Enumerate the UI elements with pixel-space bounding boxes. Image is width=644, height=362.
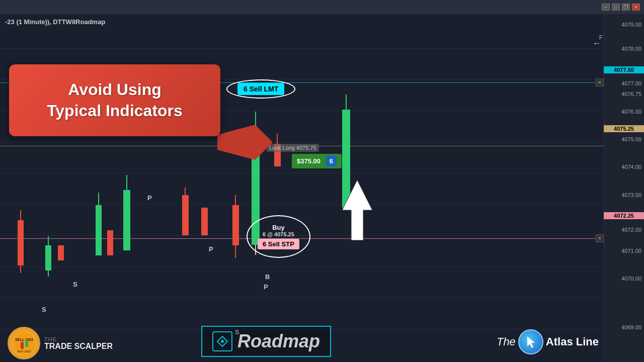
chart-label-s2: S	[73, 281, 77, 288]
grid-line	[0, 142, 604, 142]
avoid-box-text: Avoid UsingTypical Indicators	[27, 79, 203, 121]
candle-2	[45, 245, 51, 270]
grid-line	[0, 204, 604, 205]
lock-long-label: Lock Long 4075.75	[267, 144, 319, 152]
red-arrow	[217, 125, 273, 162]
svg-rect-4	[21, 342, 24, 349]
chart-label-p2: P	[264, 283, 268, 291]
svg-marker-1	[342, 180, 372, 240]
price-label-4073: 4073.00	[621, 192, 641, 198]
candle-3	[58, 245, 64, 260]
back-arrow-icon[interactable]: ←	[592, 38, 601, 49]
atlas-line-text: Atlas Line	[546, 335, 599, 348]
svg-text:SELL 1823: SELL 1823	[15, 338, 33, 341]
restore-button[interactable]: ❐	[622, 4, 630, 11]
chart-label-b: B	[265, 273, 270, 281]
chart-label-s1: S	[42, 306, 46, 313]
price-label-4077-50: 4077.50	[604, 66, 644, 73]
price-label-4072: 4072.00	[621, 227, 641, 233]
minimize-button[interactable]: ─	[602, 4, 610, 11]
price-axis: 4079.00 4078.00 4077.50 4077.00 4076.75 …	[604, 14, 644, 362]
roadmap-logo: Roadmap	[201, 326, 331, 357]
profit-amount: $375.00	[297, 157, 320, 165]
price-label-4078: 4078.00	[621, 46, 641, 52]
sell-lmt-oval-border: 6 Sell LMT	[226, 79, 295, 99]
profit-label: $375.00 6	[292, 154, 342, 168]
buy-sell-stp-oval: Buy 6 @ 4075.25 6 Sell STP	[247, 215, 310, 258]
trade-scalper-icon: SELL 1823 BUY 1823	[8, 327, 40, 359]
grid-line	[0, 173, 604, 173]
logo-trade-scalper: TRADE SCALPER	[44, 342, 113, 350]
close-button[interactable]: ✕	[632, 4, 640, 11]
price-label-4072-25: 4072.25	[604, 212, 644, 219]
price-label-4071: 4071.00	[621, 248, 641, 254]
avoid-using-box: Avoid UsingTypical Indicators	[9, 64, 220, 136]
price-label-4069: 4069.00	[621, 324, 641, 330]
sell-lmt-oval: 6 Sell LMT	[226, 79, 295, 99]
price-label-4075-25: 4075.25	[604, 125, 644, 132]
profit-badge: 6	[326, 156, 337, 166]
logo-the: THE	[44, 336, 113, 342]
chart-area: -23 (1 Minute)), DTTW8Roadmap F ← 4079.0…	[0, 14, 644, 362]
grid-line	[0, 48, 604, 49]
candle-7	[182, 195, 189, 235]
sell-lmt-label: 6 Sell LMT	[237, 83, 284, 95]
roadmap-text: Roadmap	[237, 331, 320, 352]
up-arrow-icon	[342, 180, 372, 242]
atlas-the-text: The	[497, 335, 516, 348]
chart-header: -23 (1 Minute)), DTTW8Roadmap	[5, 18, 105, 26]
chart-label-p1: P	[209, 245, 213, 253]
grid-line	[0, 266, 604, 267]
candle-5	[107, 230, 113, 255]
price-label-4070: 4070.00	[621, 276, 641, 282]
price-label-4076: 4076.00	[621, 109, 641, 115]
candle-6	[123, 190, 130, 250]
maximize-button[interactable]: □	[612, 4, 620, 11]
price-label-4077: 4077.00	[621, 80, 641, 86]
price-label-4079: 4079.00	[621, 22, 641, 28]
sell-stp-label: 6 Sell STP	[258, 239, 299, 249]
buy-text: Buy	[258, 224, 299, 231]
chart-label-p3: P	[147, 194, 152, 202]
window-controls: ─ □ ❐ ✕	[602, 4, 640, 11]
price-label-4075: 4075.00	[621, 136, 641, 142]
atlas-line-logo: The Atlas Line	[497, 329, 599, 354]
candle-1	[18, 220, 24, 265]
svg-rect-5	[25, 340, 28, 347]
candle-8	[201, 208, 208, 235]
svg-marker-0	[217, 125, 273, 160]
trade-scalper-text: THE TRADE SCALPER	[44, 336, 113, 350]
buy-oval-border: Buy 6 @ 4075.25 6 Sell STP	[247, 215, 310, 258]
atlas-cursor-icon	[518, 329, 543, 354]
grid-line	[0, 298, 604, 298]
candle-4	[96, 205, 102, 255]
price-label-4076-75: 4076.75	[621, 91, 641, 97]
svg-text:BUY 1823: BUY 1823	[17, 350, 31, 353]
svg-point-7	[221, 340, 224, 343]
sell-stp-x-mark[interactable]: ✕	[596, 234, 604, 242]
price-label-4074: 4074.00	[621, 164, 641, 170]
candle-9	[232, 205, 239, 245]
buy-details: 6 @ 4075.25	[258, 231, 299, 237]
titlebar: ─ □ ❐ ✕	[0, 0, 644, 14]
sell-lmt-x-mark[interactable]: ✕	[596, 78, 604, 86]
trade-scalper-logo: SELL 1823 BUY 1823 THE TRADE SCALPER	[8, 327, 113, 359]
roadmap-icon	[212, 331, 232, 351]
